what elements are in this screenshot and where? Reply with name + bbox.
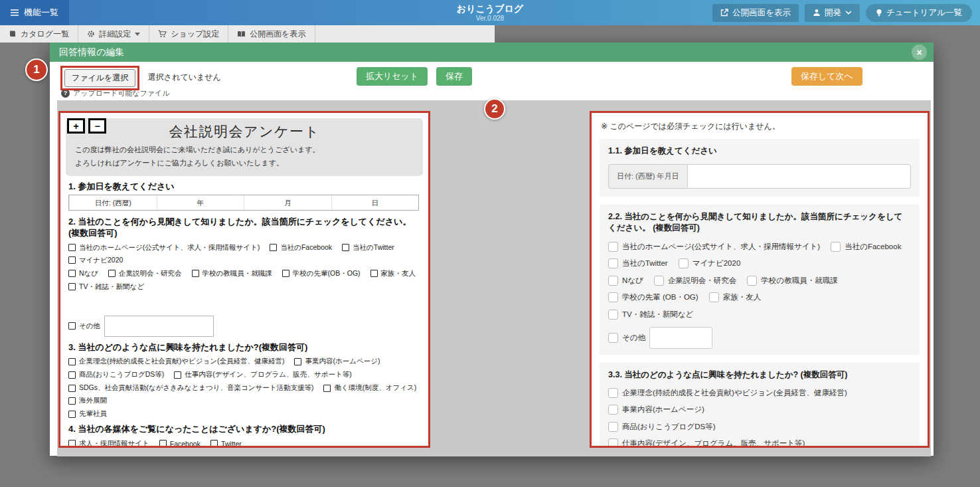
preview-option-label: 働く環境(制度、オフィス): [334, 383, 416, 393]
preview-option-label: Facebook: [170, 440, 201, 448]
navbar-actions: 公開画面を表示 開発 チュートリアル一覧: [706, 4, 980, 22]
checkbox-icon[interactable]: [608, 438, 618, 448]
checkbox-icon: [68, 322, 76, 330]
checkbox-icon[interactable]: [608, 242, 618, 252]
form-options: 当社のホームページ(公式サイト、求人・採用情報サイト) 当社のFacebook: [608, 242, 911, 268]
form-option-row: 企業理念(持続的成長と社会貢献)やビジョン(全員経営、健康経営) 事業内容(ホー…: [608, 388, 911, 415]
preview-option-row: TV・雑誌・新聞など: [68, 282, 420, 292]
preview-zoom-controls: + −: [67, 118, 106, 134]
preview-option-label: 当社のTwitter: [353, 243, 394, 252]
toolbar-item-detail-settings[interactable]: 詳細設定: [78, 25, 149, 43]
form-checkbox-option[interactable]: 企業説明会・研究会: [654, 276, 737, 286]
dev-menu-button[interactable]: 開発: [805, 4, 860, 22]
form-option-label: 企業理念(持続的成長と社会貢献)やビジョン(全員経営、健康経営): [622, 388, 847, 398]
editor-content: + − 会社説明会アンケート この度は弊社の会社説明会にご来場いただき誠にありが…: [57, 100, 931, 456]
preview-checkbox-option: Twitter: [210, 440, 242, 448]
toolbar-item-show-public-screen[interactable]: 公開画面を表示: [228, 25, 315, 43]
annotation-box-file-select: ファイルを選択: [60, 66, 139, 90]
survey-title: 会社説明会アンケート: [74, 122, 415, 141]
preview-option-label: SDGs、社会貢献活動(ながさきみなとまつり、音楽コンサート活動支援等): [79, 383, 313, 393]
date-input[interactable]: [687, 164, 912, 189]
form-checkbox-option[interactable]: 家族・友人: [709, 292, 762, 302]
form-checkbox-option[interactable]: 学校の先輩 (OB・OG): [608, 292, 698, 302]
preview-checkbox-option: 企業理念(持続的成長と社会貢献)やビジョン(全員経営、健康経営): [68, 357, 284, 366]
checkbox-icon[interactable]: [608, 333, 618, 343]
toolbar-item-catalog-list[interactable]: カタログ一覧: [0, 25, 78, 43]
preview-checkbox-option: Nなび: [68, 269, 98, 278]
user-icon: [813, 9, 821, 17]
toolbar-item-label: カタログ一覧: [21, 29, 69, 40]
form-checkbox-option[interactable]: 企業理念(持続的成長と社会貢献)やビジョン(全員経営、健康経営): [608, 388, 847, 398]
form-checkbox-option[interactable]: Nなび: [608, 276, 643, 286]
preview-option-row: 先輩社員: [68, 409, 420, 419]
form-checkbox-option[interactable]: マイナビ2020: [679, 258, 741, 268]
modal-controls-row: ファイルを選択 選択されていません 拡大リセット 保存 保存して次へ: [60, 66, 924, 87]
form-checkbox-option[interactable]: TV・雑誌・新聞など: [608, 310, 693, 320]
preview-option-label: 事業内容(ホームページ): [305, 357, 380, 366]
preview-checkbox-option: 当社のTwitter: [342, 243, 394, 252]
preview-date-cell: 日: [331, 195, 419, 210]
checkbox-icon[interactable]: [831, 242, 841, 252]
tutorial-list-label: チュートリアル一覧: [886, 7, 962, 19]
toolbar-item-label: ショップ設定: [171, 29, 219, 40]
catalog-icon: [9, 30, 17, 38]
preview-checkbox-option: 学校の先輩(OB・OG): [282, 269, 361, 278]
close-button[interactable]: ×: [912, 45, 927, 60]
checkbox-icon: [68, 411, 76, 418]
form-option-label: 仕事内容(デザイン、プログラム、販売、サポート等): [622, 438, 805, 448]
form-option-row: その他: [608, 327, 911, 349]
preview-option-label: TV・雑誌・新聞など: [79, 282, 144, 292]
checkbox-icon[interactable]: [654, 276, 664, 286]
form-option-label: Nなび: [622, 276, 643, 286]
preview-option-label: 求人・採用情報サイト: [79, 439, 149, 448]
checkbox-icon[interactable]: [709, 292, 719, 302]
form-section: 3.3. 当社のどのような点に興味を持たれましたか? (複数回答可): [600, 363, 920, 448]
preview-options: Nなび 企業説明会・研究会: [68, 269, 420, 278]
checkbox-icon: [342, 244, 349, 251]
show-public-screen-button[interactable]: 公開画面を表示: [712, 4, 799, 22]
other-text-input[interactable]: [649, 327, 712, 349]
form-checkbox-option[interactable]: 当社のホームページ(公式サイト、求人・採用情報サイト): [608, 242, 820, 252]
checkbox-icon[interactable]: [608, 258, 618, 268]
file-select-button[interactable]: ファイルを選択: [64, 69, 135, 87]
toolbar-item-shop-settings[interactable]: ショップ設定: [149, 25, 228, 43]
form-option-label: 家族・友人: [723, 292, 762, 302]
zoom-reset-button[interactable]: 拡大リセット: [357, 67, 428, 86]
form-checkbox-option[interactable]: 当社のFacebook: [831, 242, 901, 252]
preview-option-label: 学校の教職員・就職課: [203, 269, 272, 278]
checkbox-icon: [68, 244, 76, 251]
checkbox-icon[interactable]: [608, 276, 618, 286]
chevron-down-icon: [845, 11, 852, 15]
date-input-group: 日付: (西暦) 年月日: [608, 164, 911, 189]
form-checkbox-option[interactable]: 事業内容(ホームページ): [608, 405, 704, 415]
form-checkbox-option[interactable]: 仕事内容(デザイン、プログラム、販売、サポート等): [608, 438, 805, 448]
form-checkbox-option[interactable]: 当社のTwitter: [608, 258, 668, 268]
form-checkbox-option[interactable]: 商品(おりこうブログDS等): [608, 422, 716, 432]
form-question-title: 2.2. 当社のことを何から見聞きして知りましたか。該当箇所にチェックをしてくだ…: [608, 211, 911, 235]
form-checkbox-option[interactable]: 学校の教職員・就職課: [747, 276, 837, 286]
checkbox-icon[interactable]: [679, 258, 689, 268]
checkbox-icon[interactable]: [608, 405, 618, 415]
preview-checkbox-option: 海外展開: [68, 396, 107, 405]
checkbox-icon: [210, 440, 218, 447]
zoom-in-button[interactable]: +: [67, 118, 85, 134]
save-button[interactable]: 保存: [436, 67, 472, 86]
preview-date-cell: 日付: (西暦): [69, 195, 157, 210]
preview-question-list: 1. 参加日を教えてください 日付: (西暦) 年 月: [66, 181, 423, 448]
tutorial-list-button[interactable]: チュートリアル一覧: [866, 4, 972, 22]
preview-checkbox-option: 商品(おりこうブログDS等): [68, 370, 164, 379]
features-menu-button[interactable]: 機能一覧: [0, 0, 69, 25]
preview-option-row: 当社のホームページ(公式サイト、求人・採用情報サイト) 当社のFacebook: [68, 243, 420, 265]
form-checkbox-option[interactable]: その他: [608, 327, 712, 349]
checkbox-icon[interactable]: [608, 310, 618, 320]
form-option-label: その他: [622, 333, 645, 343]
checkbox-icon[interactable]: [608, 292, 618, 302]
checkbox-icon[interactable]: [747, 276, 757, 286]
show-public-screen-label: 公開画面を表示: [732, 7, 791, 19]
checkbox-icon[interactable]: [608, 388, 618, 398]
zoom-out-button[interactable]: −: [88, 118, 106, 134]
checkbox-icon[interactable]: [608, 422, 618, 432]
preview-date-cell: 月: [244, 195, 331, 210]
checkbox-icon: [174, 371, 181, 379]
save-and-next-button[interactable]: 保存して次へ: [791, 67, 862, 86]
